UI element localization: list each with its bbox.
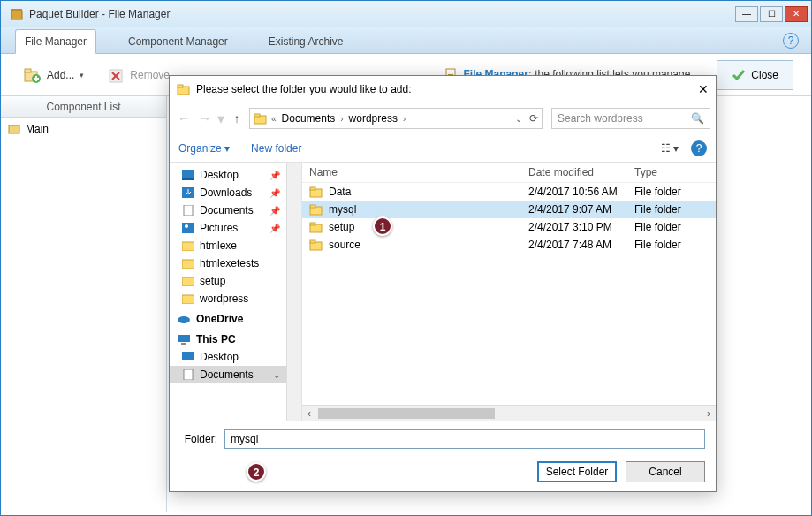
remove-icon: [107, 66, 125, 84]
window-title: Paquet Builder - File Manager: [29, 8, 170, 20]
tree-wordpress[interactable]: wordpress: [170, 290, 301, 307]
breadcrumb-wordpress[interactable]: wordpress: [349, 112, 398, 125]
view-options-button[interactable]: ☷ ▾: [661, 142, 679, 155]
select-folder-button[interactable]: Select Folder: [537, 461, 617, 482]
cancel-button[interactable]: Cancel: [626, 461, 705, 482]
nav-back-button[interactable]: ←: [175, 111, 193, 125]
navigation-tree: Desktop📌 Downloads📌 Documents📌 Pictures📌…: [170, 163, 302, 421]
tree-onedrive[interactable]: OneDrive: [170, 307, 301, 328]
svg-rect-18: [182, 170, 194, 178]
add-icon: [24, 66, 42, 84]
svg-rect-26: [182, 277, 194, 286]
folder-icon: [177, 82, 191, 96]
column-name[interactable]: Name: [309, 166, 528, 178]
search-input[interactable]: Search wordpress 🔍: [551, 108, 710, 129]
folder-input[interactable]: [224, 429, 705, 449]
help-icon[interactable]: ?: [783, 33, 799, 49]
tree-thispc[interactable]: This PC: [170, 328, 301, 348]
dialog-help-icon[interactable]: ?: [691, 140, 707, 156]
tab-file-manager[interactable]: File Manager: [15, 29, 96, 54]
nav-forward-button[interactable]: →: [196, 111, 214, 125]
window-titlebar: Paquet Builder - File Manager — ☐ ✕: [1, 1, 811, 27]
check-icon: [732, 68, 746, 82]
svg-rect-21: [184, 205, 193, 216]
tree-documents[interactable]: Documents📌: [170, 201, 301, 219]
horizontal-scrollbar[interactable]: ‹›: [302, 405, 716, 421]
svg-rect-13: [9, 125, 19, 133]
tree-htmlexetests[interactable]: htmlexetests: [170, 254, 301, 272]
svg-rect-31: [182, 352, 194, 360]
svg-rect-27: [182, 295, 194, 304]
dialog-close-button[interactable]: ✕: [698, 82, 709, 96]
svg-rect-3: [25, 69, 31, 72]
window-maximize-button[interactable]: ☐: [760, 6, 783, 22]
svg-rect-25: [182, 260, 194, 269]
tab-existing-archive[interactable]: Existing Archive: [260, 30, 353, 53]
column-date[interactable]: Date modified: [528, 166, 634, 178]
svg-rect-34: [310, 187, 315, 190]
chevron-down-icon[interactable]: ⌄: [515, 114, 522, 124]
svg-rect-22: [182, 223, 194, 233]
svg-rect-1: [11, 9, 22, 11]
folder-row-setup[interactable]: setup2/4/2017 3:10 PMFile folder: [302, 218, 716, 236]
folder-row-data[interactable]: Data2/4/2017 10:56 AMFile folder: [302, 183, 716, 201]
svg-rect-11: [448, 72, 453, 72]
remove-label: Remove: [130, 69, 170, 81]
svg-rect-19: [182, 178, 194, 180]
folder-row-mysql[interactable]: mysql2/4/2017 9:07 AMFile folder: [302, 201, 716, 218]
window-close-button[interactable]: ✕: [785, 6, 808, 22]
tree-setup[interactable]: setup: [170, 272, 301, 290]
svg-rect-29: [178, 335, 190, 342]
svg-rect-0: [11, 11, 22, 19]
add-button[interactable]: Add... ▾: [19, 63, 89, 87]
window-minimize-button[interactable]: —: [735, 6, 758, 22]
svg-point-28: [178, 316, 190, 323]
organize-menu[interactable]: Organize ▾: [178, 142, 230, 155]
callout-1: 1: [373, 216, 392, 236]
tree-pc-desktop[interactable]: Desktop: [170, 348, 301, 366]
component-list-panel: Main: [1, 118, 167, 512]
callout-2: 2: [247, 462, 266, 482]
remove-button[interactable]: Remove: [102, 63, 175, 87]
add-label: Add...: [47, 69, 74, 81]
svg-rect-36: [310, 205, 315, 208]
component-item-main[interactable]: Main: [4, 121, 163, 137]
close-label: Close: [751, 69, 778, 81]
nav-up-button[interactable]: ↑: [228, 111, 246, 125]
svg-rect-40: [310, 240, 315, 243]
search-placeholder: Search wordpress: [558, 112, 643, 125]
tree-desktop[interactable]: Desktop📌: [170, 166, 301, 184]
tab-component-manager[interactable]: Component Manager: [119, 30, 237, 53]
search-icon: 🔍: [691, 112, 704, 125]
svg-rect-17: [254, 114, 260, 117]
box-icon: [8, 123, 20, 135]
folder-icon: [254, 112, 268, 125]
chevron-down-icon: ▾: [80, 71, 84, 80]
new-folder-button[interactable]: New folder: [251, 142, 301, 155]
svg-rect-24: [182, 242, 194, 251]
svg-rect-15: [178, 85, 183, 87]
tree-downloads[interactable]: Downloads📌: [170, 184, 301, 201]
svg-rect-30: [181, 343, 186, 345]
dialog-title-text: Please select the folder you would like …: [196, 83, 411, 95]
tree-pictures[interactable]: Pictures📌: [170, 219, 301, 237]
folder-picker-dialog: Please select the folder you would like …: [169, 75, 717, 492]
app-icon: [10, 7, 24, 21]
folder-label: Folder:: [180, 433, 217, 445]
component-item-label: Main: [26, 123, 49, 135]
svg-rect-38: [310, 223, 315, 225]
component-list-header: Component List: [1, 96, 167, 118]
refresh-button[interactable]: ⟳: [529, 112, 538, 125]
main-tabbar: File Manager Component Manager Existing …: [1, 27, 811, 54]
svg-point-23: [185, 224, 188, 228]
tree-htmlexe[interactable]: htmlexe: [170, 237, 301, 254]
svg-rect-32: [184, 369, 193, 380]
close-button[interactable]: Close: [717, 60, 793, 90]
tree-pc-documents[interactable]: Documents⌄: [170, 366, 301, 383]
column-type[interactable]: Type: [634, 166, 657, 178]
address-bar[interactable]: « Documents › wordpress › ⌄ ⟳: [249, 108, 543, 129]
breadcrumb-documents[interactable]: Documents: [282, 112, 336, 125]
folder-list: Name Date modified Type Data2/4/2017 10:…: [302, 163, 716, 421]
folder-row-source[interactable]: source2/4/2017 7:48 AMFile folder: [302, 236, 716, 254]
